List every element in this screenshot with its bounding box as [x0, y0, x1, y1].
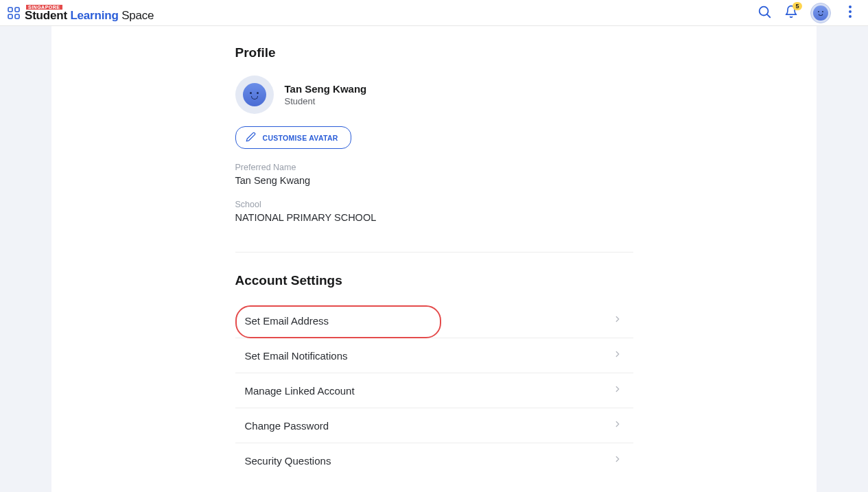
svg-point-7 — [849, 10, 852, 13]
svg-line-5 — [767, 14, 770, 17]
kebab-icon — [849, 5, 852, 20]
svg-point-6 — [849, 5, 852, 8]
settings-item-label: Security Questions — [245, 455, 331, 467]
svg-rect-3 — [15, 14, 19, 19]
settings-item-email-notifications[interactable]: Set Email Notifications — [235, 338, 633, 373]
school-value: NATIONAL PRIMARY SCHOOL — [235, 212, 633, 223]
school-field: School NATIONAL PRIMARY SCHOOL — [235, 200, 633, 223]
chevron-right-icon — [613, 349, 622, 362]
svg-rect-1 — [15, 8, 19, 12]
chevron-right-icon — [613, 419, 622, 432]
settings-item-label: Set Email Address — [245, 315, 329, 327]
profile-avatar — [235, 75, 274, 114]
profile-identity: Tan Seng Kwang Student — [235, 75, 633, 114]
settings-item-security-questions[interactable]: Security Questions — [235, 443, 633, 478]
preferred-name-field: Preferred Name Tan Seng Kwang — [235, 163, 633, 186]
more-menu-button[interactable] — [843, 5, 857, 20]
settings-item-change-password[interactable]: Change Password — [235, 408, 633, 443]
preferred-name-label: Preferred Name — [235, 163, 633, 172]
pencil-icon — [246, 132, 256, 143]
school-label: School — [235, 200, 633, 209]
account-settings-list: Set Email Address Set Email Notification… — [235, 303, 633, 478]
section-divider — [235, 252, 633, 253]
svg-rect-2 — [8, 14, 12, 19]
settings-item-label: Change Password — [245, 420, 329, 432]
search-button[interactable] — [757, 4, 772, 21]
profile-name: Tan Seng Kwang — [285, 83, 367, 95]
profile-section-title: Profile — [235, 45, 633, 60]
preferred-name-value: Tan Seng Kwang — [235, 175, 633, 186]
app-header: SINGAPORE Student Learning Space 5 — [0, 0, 868, 26]
avatar-icon — [813, 5, 828, 21]
svg-rect-0 — [8, 8, 12, 12]
avatar-icon — [243, 83, 266, 106]
chevron-right-icon — [613, 314, 622, 327]
brand-grid-icon — [7, 6, 21, 20]
customise-avatar-button[interactable]: CUSTOMISE AVATAR — [235, 126, 351, 149]
settings-item-linked-account[interactable]: Manage Linked Account — [235, 373, 633, 408]
profile-role: Student — [285, 96, 367, 106]
chevron-right-icon — [613, 454, 622, 467]
notifications-button[interactable]: 5 — [784, 5, 798, 21]
brand-logo[interactable]: SINGAPORE Student Learning Space — [7, 5, 154, 21]
notification-badge: 5 — [793, 2, 802, 10]
settings-item-label: Manage Linked Account — [245, 385, 355, 397]
brand-name: Student Learning Space — [25, 10, 154, 21]
customise-avatar-label: CUSTOMISE AVATAR — [263, 134, 338, 142]
main-panel: Profile Tan Seng Kwang Student CUSTOM — [51, 26, 817, 492]
header-actions: 5 — [757, 3, 857, 23]
profile-avatar-button[interactable] — [810, 3, 831, 23]
account-section-title: Account Settings — [235, 273, 633, 288]
page-body: Profile Tan Seng Kwang Student CUSTOM — [0, 26, 868, 492]
chevron-right-icon — [613, 384, 622, 397]
settings-item-email-address[interactable]: Set Email Address — [235, 303, 633, 338]
search-icon — [757, 4, 772, 21]
settings-item-label: Set Email Notifications — [245, 350, 348, 362]
svg-point-8 — [849, 15, 852, 18]
